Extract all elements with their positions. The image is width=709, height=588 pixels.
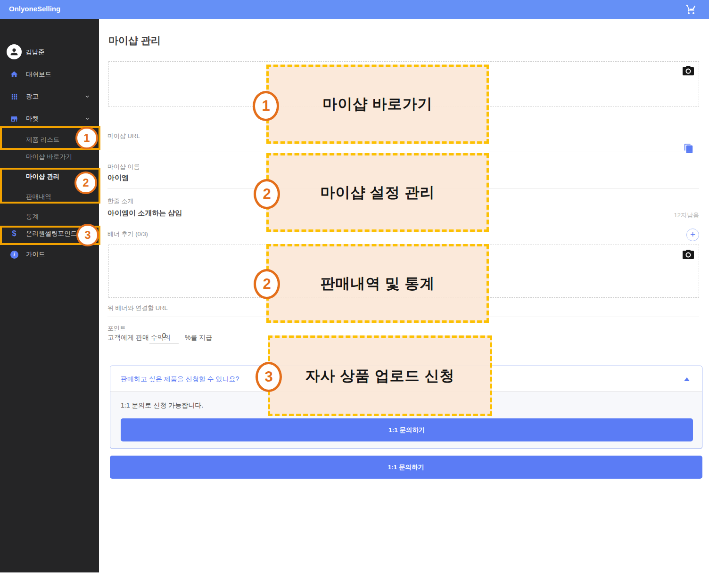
field-label-name: 마이샵 이름 bbox=[107, 163, 140, 171]
callout-box-myshop-shortcut: 마이샵 바로가기 bbox=[266, 65, 489, 144]
callout-number-1: 1 bbox=[253, 91, 279, 121]
callout-box-myshop-settings: 마이샵 설정 관리 bbox=[266, 153, 489, 232]
camera-icon[interactable] bbox=[683, 66, 694, 75]
page-title: 마이샵 관리 bbox=[108, 34, 161, 47]
field-label-url: 마이샵 URL bbox=[107, 132, 140, 140]
user-name: 김남준 bbox=[25, 48, 45, 57]
callout-label: 마이샵 설정 관리 bbox=[320, 183, 435, 203]
point-percent-input[interactable]: 0 bbox=[149, 331, 179, 343]
faq-answer: 1:1 문의로 신청 가능합니다. bbox=[121, 401, 203, 410]
chevron-down-icon bbox=[84, 115, 91, 122]
callout-label: 판매내역 및 통계 bbox=[320, 274, 435, 294]
brand-title: OnlyoneSelling bbox=[9, 5, 60, 13]
sidebar: 김남준 대쉬보드 광고 마켓 제품 리스트 마이샵 바로가기 마이샵 관리 판매… bbox=[0, 19, 99, 572]
point-suffix-text: %를 지급 bbox=[185, 334, 212, 342]
grid-icon bbox=[9, 92, 19, 101]
sidebar-item-guide[interactable]: i 가이드 bbox=[0, 247, 99, 261]
sidebar-item-statistics[interactable]: 통계 bbox=[0, 210, 99, 224]
callout-box-product-upload: 자사 상품 업로드 신청 bbox=[268, 335, 492, 416]
sidebar-item-label: 대쉬보드 bbox=[26, 70, 51, 79]
chars-remaining: 12자남음 bbox=[674, 211, 699, 220]
field-label-point: 포인트 bbox=[107, 324, 126, 333]
camera-icon[interactable] bbox=[683, 250, 694, 259]
sidebar-item-myshop-shortcut[interactable]: 마이샵 바로가기 bbox=[0, 150, 99, 164]
field-label-banner-url: 위 배너와 연결할 URL bbox=[107, 304, 168, 312]
top-bar: OnlyoneSelling bbox=[0, 0, 709, 19]
annotation-badge-2: 2 bbox=[74, 172, 97, 194]
add-banner-button[interactable]: + bbox=[686, 229, 699, 241]
sidebar-item-label: 마이샵 바로가기 bbox=[26, 153, 72, 161]
callout-number-3: 3 bbox=[256, 362, 282, 392]
field-label-intro: 한줄 소개 bbox=[107, 197, 134, 205]
faq-question: 판매하고 싶은 제품을 신청할 수 있나요? bbox=[121, 375, 239, 384]
cart-icon[interactable] bbox=[685, 4, 697, 15]
annotation-badge-3: 3 bbox=[76, 224, 99, 246]
field-value-intro[interactable]: 아이엠이 소개하는 샵입 bbox=[107, 209, 182, 218]
collapse-arrow-icon[interactable] bbox=[684, 377, 690, 381]
callout-number-2b: 2 bbox=[254, 269, 280, 299]
sidebar-item-ads[interactable]: 광고 bbox=[0, 90, 99, 104]
home-icon bbox=[9, 70, 19, 79]
callout-label: 자사 상품 업로드 신청 bbox=[305, 366, 455, 386]
sidebar-item-label: 통계 bbox=[26, 212, 39, 221]
avatar bbox=[7, 44, 22, 59]
divider bbox=[107, 152, 699, 152]
inquiry-button[interactable]: 1:1 문의하기 bbox=[121, 418, 693, 441]
callout-label: 마이샵 바로가기 bbox=[322, 94, 433, 114]
sidebar-item-market[interactable]: 마켓 bbox=[0, 112, 99, 126]
callout-box-sales-stats: 판매내역 및 통계 bbox=[266, 244, 489, 323]
sidebar-item-dashboard[interactable]: 대쉬보드 bbox=[0, 67, 99, 82]
annotation-badge-1: 1 bbox=[75, 127, 98, 149]
store-icon bbox=[9, 114, 19, 123]
sidebar-item-label: 가이드 bbox=[26, 250, 45, 259]
inquiry-button-bottom[interactable]: 1:1 문의하기 bbox=[110, 456, 702, 479]
info-icon: i bbox=[9, 250, 19, 259]
field-value-name[interactable]: 아이엠 bbox=[107, 173, 129, 182]
chevron-down-icon bbox=[84, 93, 91, 100]
sidebar-item-label: 마켓 bbox=[26, 114, 39, 123]
callout-number-2: 2 bbox=[254, 179, 280, 209]
field-label-banner: 배너 추가 (0/3) bbox=[107, 230, 148, 238]
sidebar-item-label: 광고 bbox=[26, 92, 39, 101]
